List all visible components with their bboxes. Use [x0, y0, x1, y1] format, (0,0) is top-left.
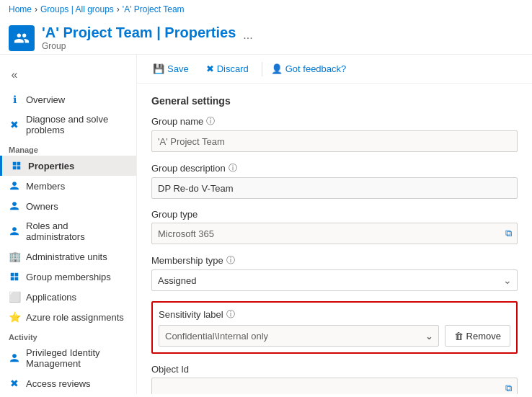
- object-id-label: Object Id: [151, 364, 518, 375]
- remove-sensitivity-button[interactable]: 🗑 Remove: [445, 325, 510, 347]
- sidebar-label-admin-units: Administrative units: [26, 251, 107, 262]
- svg-rect-0: [13, 162, 17, 166]
- sidebar-item-properties[interactable]: Properties: [0, 156, 136, 176]
- sidebar-section-activity: Activity: [0, 327, 136, 343]
- group-type-wrapper: ⧉: [151, 223, 518, 244]
- group-name-label: Group name ⓘ: [151, 115, 518, 128]
- membership-type-select-wrapper: Assigned Dynamic User Dynamic Device: [151, 269, 518, 291]
- discard-label: Discard: [217, 63, 249, 74]
- sensitivity-label-section: Sensitivity label ⓘ ⌄ 🗑 Remove: [151, 301, 518, 354]
- sidebar-item-members[interactable]: Members: [0, 176, 136, 196]
- object-id-field: Object Id ⧉: [151, 364, 518, 394]
- group-type-label: Group type: [151, 209, 518, 220]
- sidebar-label-roles: Roles and administrators: [26, 220, 128, 242]
- form-area: General settings Group name ⓘ Group desc…: [137, 84, 532, 394]
- admin-units-icon: 🏢: [9, 251, 20, 262]
- toolbar: 💾 Save ✖ Discard 👤 Got feedback?: [137, 55, 532, 84]
- group-desc-info-icon[interactable]: ⓘ: [229, 162, 237, 174]
- group-desc-label: Group description ⓘ: [151, 162, 518, 174]
- title-block: 'A' Project Team | Properties Group: [42, 24, 236, 51]
- sidebar-item-pim[interactable]: Privileged Identity Management: [0, 343, 136, 373]
- sidebar-item-diagnose[interactable]: ✖ Diagnose and solve problems: [0, 110, 136, 140]
- object-id-wrapper: ⧉: [151, 378, 518, 394]
- svg-rect-7: [15, 277, 19, 281]
- remove-label: Remove: [466, 331, 501, 342]
- group-name-info-icon[interactable]: ⓘ: [206, 115, 215, 128]
- azure-role-icon: ⭐: [9, 311, 20, 323]
- sidebar-label-access-reviews: Access reviews: [26, 378, 91, 389]
- overview-icon: ℹ: [9, 94, 20, 105]
- group-desc-input[interactable]: [151, 177, 518, 199]
- sidebar-item-audit-logs[interactable]: 📋 Audit logs: [0, 393, 136, 394]
- svg-rect-2: [13, 166, 17, 170]
- main-content: 💾 Save ✖ Discard 👤 Got feedback? General…: [137, 55, 532, 394]
- toolbar-divider: [262, 62, 262, 76]
- group-icon: [9, 25, 35, 51]
- object-id-copy-icon[interactable]: ⧉: [505, 383, 512, 394]
- group-desc-field: Group description ⓘ: [151, 162, 518, 199]
- sidebar-label-group-memberships: Group memberships: [26, 272, 111, 282]
- sidebar-item-applications[interactable]: ⬜ Applications: [0, 287, 136, 307]
- object-id-input[interactable]: [151, 378, 518, 394]
- sidebar-item-access-reviews[interactable]: ✖ Access reviews: [0, 373, 136, 393]
- sidebar-label-applications: Applications: [26, 292, 76, 303]
- sidebar-label-owners: Owners: [26, 201, 58, 212]
- membership-type-info-icon[interactable]: ⓘ: [226, 254, 235, 267]
- form-section-title: General settings: [151, 95, 518, 107]
- page-subtitle: Group: [42, 41, 236, 51]
- pim-icon: [9, 352, 20, 364]
- breadcrumb: Home › Groups | All groups › 'A' Project…: [0, 0, 532, 19]
- group-name-input[interactable]: [151, 130, 518, 152]
- roles-icon: [9, 226, 20, 237]
- sidebar-item-admin-units[interactable]: 🏢 Administrative units: [0, 246, 136, 267]
- page-title-section: Properties: [164, 24, 236, 40]
- sidebar-label-diagnose: Diagnose and solve problems: [26, 114, 128, 135]
- page-title: 'A' Project Team | Properties: [42, 24, 236, 41]
- group-type-input[interactable]: [151, 223, 518, 244]
- group-type-field: Group type ⧉: [151, 209, 518, 244]
- membership-type-field: Membership type ⓘ Assigned Dynamic User …: [151, 254, 518, 291]
- sidebar-item-owners[interactable]: Owners: [0, 196, 136, 216]
- sensitivity-label-info-icon[interactable]: ⓘ: [226, 308, 235, 321]
- save-label: Save: [167, 63, 189, 74]
- sidebar-collapse-button[interactable]: «: [6, 66, 23, 84]
- svg-rect-5: [15, 273, 19, 277]
- owners-icon: [9, 200, 20, 212]
- membership-type-select[interactable]: Assigned Dynamic User Dynamic Device: [151, 269, 518, 291]
- sidebar-item-group-memberships[interactable]: Group memberships: [0, 267, 136, 287]
- sidebar-section-manage: Manage: [0, 140, 136, 156]
- breadcrumb-home[interactable]: Home: [9, 4, 32, 14]
- sensitivity-label-title: Sensitivity label: [159, 309, 223, 320]
- svg-rect-1: [17, 162, 21, 166]
- diagnose-icon: ✖: [9, 119, 20, 130]
- sensitivity-input-row: ⌄ 🗑 Remove: [159, 325, 510, 347]
- sidebar: « ℹ Overview ✖ Diagnose and solve proble…: [0, 55, 137, 394]
- save-icon: 💾: [153, 63, 164, 74]
- svg-rect-4: [11, 273, 14, 277]
- membership-type-label: Membership type ⓘ: [151, 254, 518, 267]
- members-icon: [9, 180, 20, 192]
- sidebar-item-azure-role[interactable]: ⭐ Azure role assignments: [0, 307, 136, 327]
- applications-icon: ⬜: [9, 291, 20, 303]
- breadcrumb-groups[interactable]: Groups | All groups: [40, 4, 114, 14]
- sidebar-label-properties: Properties: [28, 161, 74, 171]
- page-header: 'A' Project Team | Properties Group ···: [0, 19, 532, 55]
- group-type-copy-icon[interactable]: ⧉: [505, 228, 512, 239]
- sidebar-item-overview[interactable]: ℹ Overview: [0, 89, 136, 110]
- feedback-icon: 👤: [271, 63, 283, 74]
- breadcrumb-current[interactable]: 'A' Project Team: [123, 4, 185, 14]
- properties-icon: [11, 160, 22, 171]
- sidebar-label-azure-role: Azure role assignments: [26, 312, 124, 323]
- discard-button[interactable]: ✖ Discard: [202, 61, 253, 77]
- header-more-button[interactable]: ···: [243, 32, 252, 45]
- sidebar-label-overview: Overview: [26, 94, 65, 105]
- sensitivity-label-input[interactable]: [159, 325, 439, 347]
- feedback-button[interactable]: 👤 Got feedback?: [271, 63, 347, 74]
- feedback-label: Got feedback?: [285, 63, 347, 74]
- save-button[interactable]: 💾 Save: [148, 61, 193, 77]
- discard-icon: ✖: [206, 63, 214, 74]
- sidebar-item-roles[interactable]: Roles and administrators: [0, 216, 136, 246]
- sidebar-label-pim: Privileged Identity Management: [26, 347, 128, 369]
- svg-rect-3: [17, 166, 21, 170]
- sensitivity-label-title-row: Sensitivity label ⓘ: [159, 308, 510, 321]
